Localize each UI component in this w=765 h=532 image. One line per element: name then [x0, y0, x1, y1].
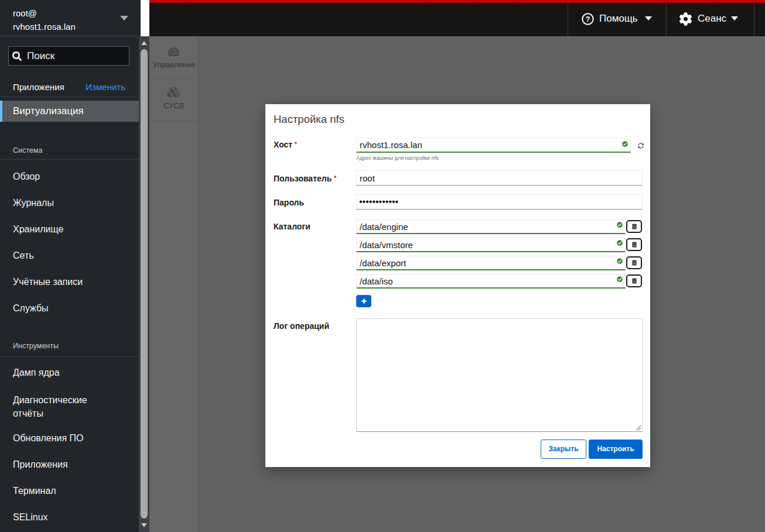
svg-text:?: ? [586, 15, 590, 23]
